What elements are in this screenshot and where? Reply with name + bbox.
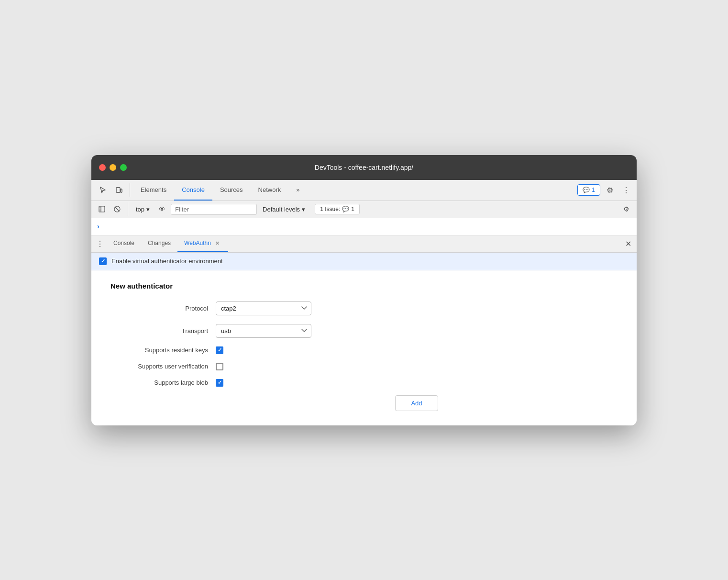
enable-authenticator-label: Enable virtual authenticator environment: [111, 257, 223, 265]
device-toolbar-icon-btn[interactable]: [111, 182, 127, 198]
transport-select[interactable]: usb nfc ble internal: [216, 324, 311, 338]
large-blob-checkbox[interactable]: [216, 379, 223, 387]
panel-tab-webauthn[interactable]: WebAuthn ✕: [177, 235, 228, 252]
titlebar: DevTools - coffee-cart.netlify.app/: [91, 155, 637, 180]
eye-icon-btn[interactable]: 👁: [155, 202, 169, 216]
context-selector[interactable]: top ▾: [132, 205, 154, 214]
panel-tabs: ⋮ Console Changes WebAuthn ✕ ✕: [91, 235, 637, 253]
filter-input[interactable]: [171, 204, 257, 215]
svg-line-8: [115, 207, 119, 211]
svg-rect-1: [121, 189, 122, 192]
levels-chevron-icon: ▾: [302, 206, 305, 213]
settings-gear-icon[interactable]: ⚙: [603, 183, 617, 197]
add-button-row: Add: [110, 395, 618, 411]
tab-more[interactable]: »: [288, 179, 307, 201]
issue-count-btn[interactable]: 1 Issue: 💬 1: [315, 204, 360, 214]
webauthn-tab-close-icon[interactable]: ✕: [214, 239, 221, 247]
console-prompt-area[interactable]: ›: [91, 218, 637, 235]
close-button[interactable]: [99, 164, 106, 171]
panel-close-icon[interactable]: ✕: [621, 237, 635, 250]
maximize-button[interactable]: [120, 164, 127, 171]
issue-count-icon: 💬: [342, 206, 349, 212]
clear-console-btn[interactable]: [110, 202, 124, 216]
user-verification-label: Supports user verification: [110, 363, 216, 370]
add-authenticator-button[interactable]: Add: [395, 395, 438, 411]
issues-icon: 💬: [583, 187, 590, 193]
panel-tab-console[interactable]: Console: [107, 235, 141, 252]
new-authenticator-section: New authenticator Protocol ctap2 u2f Tra…: [91, 270, 637, 425]
toolbar-right: 💬 1 ⚙ ⋮: [577, 183, 633, 197]
minimize-button[interactable]: [110, 164, 116, 171]
large-blob-label: Supports large blob: [110, 379, 216, 386]
main-toolbar: Elements Console Sources Network » 💬 1 ⚙…: [91, 180, 637, 201]
panel-tab-changes[interactable]: Changes: [141, 235, 177, 252]
traffic-lights: [99, 164, 127, 171]
new-authenticator-title: New authenticator: [110, 282, 618, 290]
protocol-select[interactable]: ctap2 u2f: [216, 301, 311, 315]
resident-keys-row: Supports resident keys: [110, 346, 618, 354]
webauthn-panel: Enable virtual authenticator environment…: [91, 253, 637, 425]
enable-authenticator-checkbox[interactable]: [99, 257, 107, 265]
issues-count: 1: [592, 187, 595, 193]
prompt-chevron-icon: ›: [97, 223, 99, 230]
large-blob-row: Supports large blob: [110, 379, 618, 387]
panel-tabs-more-icon[interactable]: ⋮: [93, 237, 107, 250]
resident-keys-label: Supports resident keys: [110, 346, 216, 354]
transport-row: Transport usb nfc ble internal: [110, 324, 618, 338]
resident-keys-checkbox[interactable]: [216, 346, 223, 354]
tab-network[interactable]: Network: [251, 179, 289, 201]
issues-badge[interactable]: 💬 1: [577, 184, 600, 196]
tab-elements[interactable]: Elements: [133, 179, 174, 201]
devtools-window: DevTools - coffee-cart.netlify.app/ Elem…: [91, 155, 637, 425]
window-title: DevTools - coffee-cart.netlify.app/: [315, 164, 413, 171]
default-levels-selector[interactable]: Default levels ▾: [259, 205, 309, 214]
transport-label: Transport: [110, 327, 216, 335]
show-sidebar-btn[interactable]: [95, 202, 109, 216]
console-toolbar: top ▾ 👁 Default levels ▾ 1 Issue: 💬 1 ⚙: [91, 201, 637, 218]
more-options-icon[interactable]: ⋮: [619, 183, 633, 197]
svg-rect-0: [116, 188, 120, 192]
enable-virtual-authenticator-row: Enable virtual authenticator environment: [91, 253, 637, 270]
tab-sources[interactable]: Sources: [212, 179, 251, 201]
protocol-label: Protocol: [110, 305, 216, 312]
tab-console[interactable]: Console: [174, 179, 212, 201]
console-divider: [128, 202, 128, 216]
toolbar-divider: [130, 183, 130, 197]
tab-nav: Elements Console Sources Network »: [133, 179, 576, 201]
chevron-down-icon: ▾: [146, 206, 150, 213]
user-verification-row: Supports user verification: [110, 363, 618, 370]
protocol-row: Protocol ctap2 u2f: [110, 301, 618, 315]
console-settings-gear-icon[interactable]: ⚙: [619, 202, 633, 216]
user-verification-checkbox[interactable]: [216, 363, 223, 370]
cursor-icon-btn[interactable]: [95, 182, 110, 198]
